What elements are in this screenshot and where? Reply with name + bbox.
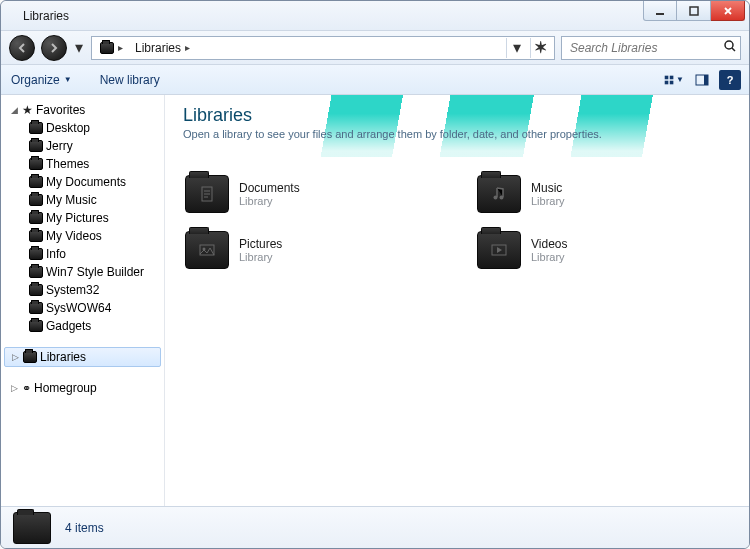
sidebar-item-label: My Documents — [46, 175, 126, 189]
svg-rect-4 — [670, 75, 674, 79]
svg-point-10 — [494, 196, 498, 200]
favorites-header[interactable]: ◢ ★ Favorites — [1, 101, 164, 119]
sidebar-item-label: My Pictures — [46, 211, 109, 225]
explorer-window: Libraries ▾ ▸ Librari — [0, 0, 750, 549]
sidebar-item[interactable]: System32 — [1, 281, 164, 299]
history-dropdown[interactable]: ▾ — [73, 35, 85, 61]
search-input[interactable] — [568, 40, 723, 56]
sidebar-item-label: My Music — [46, 193, 97, 207]
folder-icon — [29, 248, 43, 260]
svg-rect-3 — [665, 75, 669, 79]
folder-icon — [29, 194, 43, 206]
search-box[interactable] — [561, 36, 741, 60]
refresh-button[interactable]: ✶ — [530, 38, 550, 58]
command-bar: Organize ▼ New library ▼ ? — [1, 65, 749, 95]
view-icon — [664, 73, 674, 87]
sidebar-item[interactable]: My Music — [1, 191, 164, 209]
body: ◢ ★ Favorites DesktopJerryThemesMy Docum… — [1, 95, 749, 506]
homegroup-icon: ⚭ — [22, 382, 31, 395]
forward-arrow-icon — [48, 42, 60, 54]
sidebar-item[interactable]: SysWOW64 — [1, 299, 164, 317]
library-name: Documents — [239, 181, 300, 195]
organize-menu[interactable]: Organize ▼ — [11, 73, 72, 87]
content-pane: Libraries Open a library to see your fil… — [165, 95, 749, 506]
folder-icon — [29, 140, 43, 152]
chevron-right-icon: ▸ — [118, 42, 123, 53]
library-meta: MusicLibrary — [531, 181, 565, 207]
svg-rect-8 — [704, 75, 708, 85]
homegroup-node[interactable]: ▷ ⚭ Homegroup — [1, 379, 164, 397]
sidebar-item[interactable]: My Documents — [1, 173, 164, 191]
details-pane: 4 items — [1, 506, 749, 548]
collapse-icon[interactable]: ◢ — [9, 105, 19, 115]
forward-button[interactable] — [41, 35, 67, 61]
close-icon — [722, 5, 734, 17]
minimize-icon — [654, 5, 666, 17]
libraries-group: ▷ Libraries — [1, 347, 164, 367]
tree-view[interactable]: ◢ ★ Favorites DesktopJerryThemesMy Docum… — [1, 95, 164, 506]
favorites-children: DesktopJerryThemesMy DocumentsMy MusicMy… — [1, 119, 164, 335]
chevron-right-icon: ▸ — [185, 42, 190, 53]
preview-pane-button[interactable] — [691, 70, 713, 90]
library-item[interactable]: VideosLibrary — [477, 231, 729, 269]
sidebar-item-label: Jerry — [46, 139, 73, 153]
folder-icon — [13, 512, 51, 544]
library-meta: DocumentsLibrary — [239, 181, 300, 207]
address-root[interactable]: ▸ — [96, 40, 127, 56]
page-title: Libraries — [183, 105, 731, 126]
homegroup-group: ▷ ⚭ Homegroup — [1, 379, 164, 397]
libraries-node[interactable]: ▷ Libraries — [4, 347, 161, 367]
star-icon: ★ — [22, 103, 33, 117]
sidebar-item[interactable]: Win7 Style Builder — [1, 263, 164, 281]
library-type: Library — [531, 195, 565, 207]
close-button[interactable] — [711, 1, 745, 21]
library-item[interactable]: DocumentsLibrary — [185, 175, 437, 213]
sidebar-item[interactable]: Gadgets — [1, 317, 164, 335]
library-folder-icon — [477, 231, 521, 269]
sidebar-item[interactable]: Jerry — [1, 137, 164, 155]
sidebar-item[interactable]: Themes — [1, 155, 164, 173]
expand-icon[interactable]: ▷ — [10, 352, 20, 362]
page-subtitle: Open a library to see your files and arr… — [183, 128, 731, 140]
chevron-down-icon: ▼ — [676, 75, 684, 84]
folder-icon — [29, 284, 43, 296]
svg-rect-0 — [656, 13, 664, 15]
favorites-group: ◢ ★ Favorites DesktopJerryThemesMy Docum… — [1, 101, 164, 335]
sidebar-item-label: Win7 Style Builder — [46, 265, 144, 279]
library-folder-icon — [477, 175, 521, 213]
sidebar-item-label: Desktop — [46, 121, 90, 135]
help-button[interactable]: ? — [719, 70, 741, 90]
folder-icon — [29, 212, 43, 224]
view-options-button[interactable]: ▼ — [663, 70, 685, 90]
library-header: Libraries Open a library to see your fil… — [165, 95, 749, 157]
window-buttons — [643, 1, 745, 21]
address-bar[interactable]: ▸ Libraries ▸ ▾ ✶ — [91, 36, 555, 60]
address-dropdown[interactable]: ▾ — [506, 38, 526, 58]
library-item[interactable]: PicturesLibrary — [185, 231, 437, 269]
library-meta: PicturesLibrary — [239, 237, 282, 263]
sidebar-item[interactable]: Info — [1, 245, 164, 263]
maximize-button[interactable] — [677, 1, 711, 21]
window-title: Libraries — [23, 9, 69, 23]
new-library-button[interactable]: New library — [100, 73, 160, 87]
folder-icon — [29, 320, 43, 332]
sidebar-item[interactable]: Desktop — [1, 119, 164, 137]
svg-rect-1 — [690, 7, 698, 15]
back-button[interactable] — [9, 35, 35, 61]
sidebar-item[interactable]: My Videos — [1, 227, 164, 245]
titlebar: Libraries — [1, 1, 749, 31]
folder-icon — [29, 266, 43, 278]
library-item[interactable]: MusicLibrary — [477, 175, 729, 213]
sidebar-item[interactable]: My Pictures — [1, 209, 164, 227]
folder-icon — [29, 230, 43, 242]
folder-icon — [29, 122, 43, 134]
expand-icon[interactable]: ▷ — [9, 383, 19, 393]
address-segment[interactable]: Libraries ▸ — [131, 39, 194, 57]
sidebar-item-label: My Videos — [46, 229, 102, 243]
navigation-pane: ◢ ★ Favorites DesktopJerryThemesMy Docum… — [1, 95, 165, 506]
minimize-button[interactable] — [643, 1, 677, 21]
svg-rect-6 — [670, 80, 674, 84]
library-name: Music — [531, 181, 565, 195]
library-type: Library — [531, 251, 567, 263]
sidebar-item-label: Info — [46, 247, 66, 261]
